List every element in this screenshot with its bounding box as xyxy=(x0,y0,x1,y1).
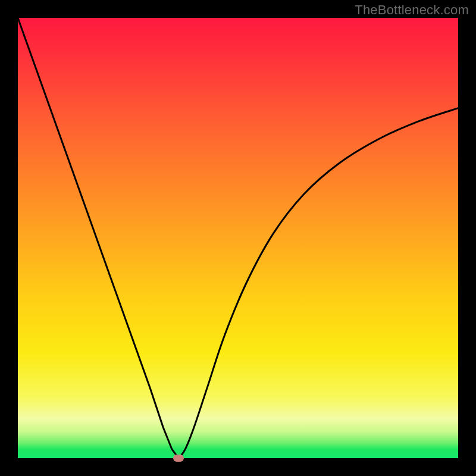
bottleneck-curve xyxy=(18,18,458,458)
chart-frame: TheBottleneck.com xyxy=(0,0,476,476)
watermark-text: TheBottleneck.com xyxy=(355,2,469,18)
curve-svg xyxy=(18,18,458,458)
plot-area xyxy=(18,18,458,458)
minimum-marker xyxy=(173,455,184,462)
